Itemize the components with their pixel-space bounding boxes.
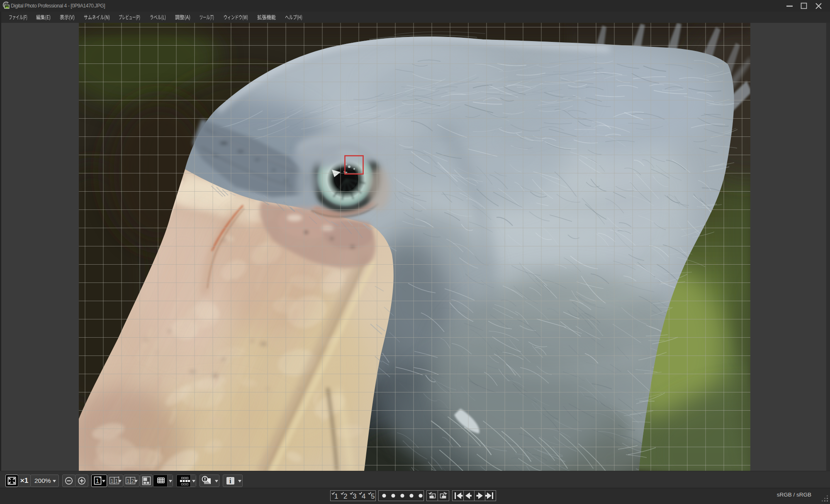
svg-text:2: 2 [343,492,347,500]
svg-text:1: 1 [111,478,114,484]
svg-text:1: 1 [334,492,338,500]
svg-text:5: 5 [371,492,375,500]
svg-text:4: 4 [362,492,365,500]
svg-text:1: 1 [96,477,99,484]
svg-text:i: i [229,477,231,485]
svg-text:2: 2 [131,478,134,484]
svg-text:*: * [99,476,101,481]
svg-text:1: 1 [127,478,130,484]
svg-text:3: 3 [353,492,356,500]
